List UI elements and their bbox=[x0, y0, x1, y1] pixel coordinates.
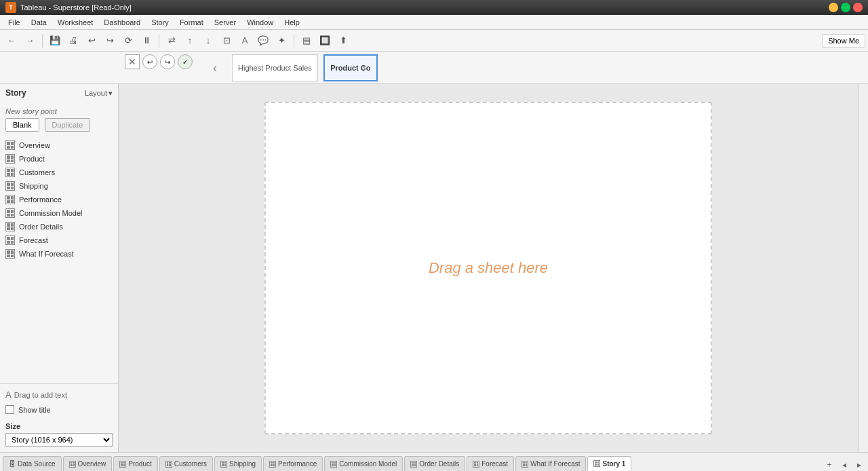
toolbar-print-button[interactable]: 🖨 bbox=[64, 32, 82, 50]
sidebar-item-customers[interactable]: Customers bbox=[0, 166, 118, 179]
tab-performance-label: Performance bbox=[278, 460, 317, 468]
toolbar-pause-button[interactable]: ⏸ bbox=[138, 32, 155, 50]
tab-whatifforecast-label: What If Forecast bbox=[530, 460, 580, 468]
story-close-button[interactable]: ✕ bbox=[125, 54, 140, 69]
toolbar-fit-button[interactable]: ⊡ bbox=[218, 32, 235, 50]
sidebar-item-product[interactable]: Product bbox=[0, 152, 118, 166]
show-title-checkbox[interactable] bbox=[5, 405, 14, 414]
minimize-button[interactable] bbox=[829, 3, 838, 12]
tab-orderdetails-label: Order Details bbox=[419, 460, 459, 468]
tab-product[interactable]: Product bbox=[113, 456, 157, 471]
shipping-label: Shipping bbox=[19, 182, 48, 190]
toolbar-back-button[interactable]: ← bbox=[3, 32, 20, 50]
tab-whatifforecast-icon bbox=[521, 461, 528, 468]
commission-icon bbox=[5, 208, 15, 218]
story-check-button[interactable]: ✓ bbox=[178, 54, 193, 69]
toolbar-forward-button[interactable]: → bbox=[21, 32, 39, 50]
forecast-label: Forecast bbox=[19, 236, 48, 244]
maximize-button[interactable] bbox=[841, 3, 850, 12]
menu-dashboard[interactable]: Dashboard bbox=[98, 17, 146, 28]
toolbar: ← → 💾 🖨 ↩ ↪ ⟳ ⏸ ⇄ ↑ ↓ ⊡ A 💬 ✦ ▤ 🔲 ⬆ Show… bbox=[0, 30, 868, 52]
drag-to-add-row: A Drag to add text bbox=[5, 390, 113, 400]
sidebar-item-commission[interactable]: Commission Model bbox=[0, 206, 118, 220]
commission-label: Commission Model bbox=[19, 209, 83, 217]
tab-whatifforecast[interactable]: What If Forecast bbox=[515, 456, 586, 471]
canvas-frame: Drag a sheet here bbox=[264, 102, 712, 434]
whatifforecast-label: What If Forecast bbox=[19, 250, 74, 258]
toolbar-swap-button[interactable]: ⇄ bbox=[163, 32, 180, 50]
toolbar-view-mode-button[interactable]: ▤ bbox=[298, 32, 315, 50]
toolbar-save-button[interactable]: 💾 bbox=[46, 32, 64, 50]
tab-bar-actions: + ◂ ▸ bbox=[823, 459, 865, 471]
sidebar-header: Story Layout ▾ bbox=[5, 88, 113, 98]
main-layout: Story Layout ▾ New story point Blank Dup… bbox=[0, 84, 868, 452]
show-title-label: Show title bbox=[18, 406, 51, 414]
tab-customers[interactable]: Customers bbox=[159, 456, 213, 471]
sidebar-item-orderdetails[interactable]: Order Details bbox=[0, 220, 118, 233]
toolbar-sep-2 bbox=[159, 34, 159, 48]
menu-data[interactable]: Data bbox=[26, 17, 52, 28]
menu-file[interactable]: File bbox=[3, 17, 26, 28]
story-prev-button[interactable]: ‹ bbox=[210, 54, 220, 81]
toolbar-sort-asc-button[interactable]: ↑ bbox=[181, 32, 199, 50]
tab-forecast[interactable]: Forecast bbox=[467, 456, 514, 471]
toolbar-sort-desc-button[interactable]: ↓ bbox=[199, 32, 217, 50]
sidebar-item-whatifforecast[interactable]: What If Forecast bbox=[0, 247, 118, 261]
menu-server[interactable]: Server bbox=[209, 17, 241, 28]
menu-bar: File Data Worksheet Dashboard Story Form… bbox=[0, 15, 868, 30]
toolbar-undo-button[interactable]: ↩ bbox=[83, 32, 100, 50]
story-point-highest[interactable]: Highest Product Sales bbox=[232, 54, 318, 81]
sidebar-item-overview[interactable]: Overview bbox=[0, 138, 118, 152]
tab-overview-label: Overview bbox=[78, 460, 106, 468]
show-me-button[interactable]: Show Me bbox=[822, 34, 865, 48]
story-nav-bar: ✕ ↩ ↪ ✓ ‹ Highest Product Sales Product … bbox=[0, 52, 868, 84]
toolbar-sep-1 bbox=[42, 34, 43, 48]
customers-icon bbox=[5, 168, 15, 177]
toolbar-highlight-button[interactable]: ✦ bbox=[273, 32, 290, 50]
tab-datasource[interactable]: 🗄 Data Source bbox=[3, 456, 62, 471]
datasource-icon: 🗄 bbox=[9, 460, 16, 468]
toolbar-share-button[interactable]: ⬆ bbox=[334, 32, 352, 50]
tab-performance[interactable]: Performance bbox=[263, 456, 323, 471]
tab-shipping-icon bbox=[220, 461, 227, 468]
toolbar-label-button[interactable]: A bbox=[236, 32, 254, 50]
tab-scroll-left-button[interactable]: ◂ bbox=[838, 459, 850, 471]
toolbar-redo-button[interactable]: ↪ bbox=[101, 32, 119, 50]
tab-commission[interactable]: Commission Model bbox=[324, 456, 403, 471]
menu-story[interactable]: Story bbox=[146, 17, 174, 28]
tab-overview[interactable]: Overview bbox=[63, 456, 113, 471]
menu-window[interactable]: Window bbox=[241, 17, 279, 28]
datasource-label: Data Source bbox=[18, 460, 56, 468]
sidebar-item-performance[interactable]: Performance bbox=[0, 193, 118, 206]
tab-orderdetails[interactable]: Order Details bbox=[404, 456, 465, 471]
toolbar-tooltip-button[interactable]: 💬 bbox=[254, 32, 272, 50]
menu-help[interactable]: Help bbox=[279, 17, 305, 28]
toolbar-refresh-button[interactable]: ⟳ bbox=[119, 32, 137, 50]
sidebar-item-forecast[interactable]: Forecast bbox=[0, 233, 118, 247]
tab-forecast-label: Forecast bbox=[481, 460, 508, 468]
tab-shipping[interactable]: Shipping bbox=[214, 456, 262, 471]
title-bar: T Tableau - Superstore [Read-Only] bbox=[0, 0, 868, 15]
blank-button[interactable]: Blank bbox=[5, 118, 39, 132]
product-icon bbox=[5, 154, 15, 164]
story-redo-button[interactable]: ↪ bbox=[160, 54, 175, 69]
size-select[interactable]: Story (1016 x 964) bbox=[5, 433, 113, 447]
close-button[interactable] bbox=[853, 3, 863, 12]
tab-commission-label: Commission Model bbox=[339, 460, 397, 468]
menu-format[interactable]: Format bbox=[174, 17, 209, 28]
tab-overview-icon bbox=[69, 461, 76, 468]
new-sheet-button[interactable]: + bbox=[823, 459, 835, 471]
sidebar-layout-button[interactable]: Layout ▾ bbox=[85, 89, 113, 98]
tab-scroll-right-button[interactable]: ▸ bbox=[853, 459, 865, 471]
sidebar-item-shipping[interactable]: Shipping bbox=[0, 179, 118, 193]
tab-story1[interactable]: Story 1 bbox=[587, 456, 631, 471]
story-undo-button[interactable]: ↩ bbox=[142, 54, 157, 69]
toolbar-caption-button[interactable]: 🔲 bbox=[316, 32, 334, 50]
story-point-productco[interactable]: Product Co bbox=[323, 54, 378, 81]
tab-performance-icon bbox=[269, 461, 276, 468]
drag-hint: Drag a sheet here bbox=[429, 259, 548, 277]
story-next-button[interactable]: › bbox=[359, 54, 369, 81]
whatifforecast-icon bbox=[5, 249, 15, 259]
duplicate-button: Duplicate bbox=[45, 118, 91, 132]
menu-worksheet[interactable]: Worksheet bbox=[52, 17, 98, 28]
